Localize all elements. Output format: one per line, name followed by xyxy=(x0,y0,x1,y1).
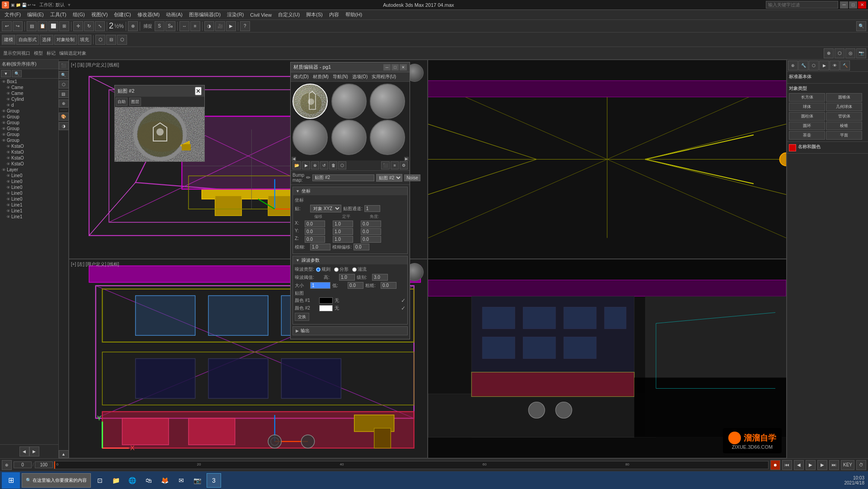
menu-group[interactable]: 组(G) xyxy=(70,10,88,19)
menu-edit[interactable]: 编辑(E) xyxy=(24,10,47,19)
add-button[interactable]: ⊕ xyxy=(824,48,834,58)
me-menu-util[interactable]: 实用程序(U) xyxy=(370,73,398,80)
me-ball-3[interactable] xyxy=(370,84,405,119)
taskbar-firefox[interactable]: 🦊 xyxy=(158,473,172,488)
menu-modify[interactable]: 修改器(M) xyxy=(135,10,163,19)
scene-item[interactable]: 👁Line0 xyxy=(0,173,58,179)
scene-item[interactable]: 👁d xyxy=(0,102,58,108)
shape-plane[interactable]: 平面 xyxy=(826,131,862,140)
me-menu-nav[interactable]: 导航(N) xyxy=(331,73,350,80)
left-tool5[interactable]: ⊕ xyxy=(59,99,69,108)
me-z-angle[interactable] xyxy=(361,236,381,243)
rect-select[interactable]: ⬜ xyxy=(48,21,58,31)
left-tool3[interactable]: ⬡ xyxy=(59,80,69,89)
tool1[interactable]: ⬡ xyxy=(835,48,844,58)
rotate-button[interactable]: ↻ xyxy=(84,21,94,31)
scene-item[interactable]: 👁Line1 xyxy=(0,202,58,208)
me-radio-regular[interactable]: 规则 xyxy=(316,266,330,273)
me-y-offset[interactable] xyxy=(305,228,325,235)
anim-record[interactable]: ⏺ xyxy=(770,460,780,470)
taskbar-3dsmax[interactable]: 3 xyxy=(207,473,221,488)
anim-time-config[interactable]: ⏱ xyxy=(856,460,866,470)
taskbar-app1[interactable]: 📷 xyxy=(190,473,205,488)
shape-torus[interactable]: 圆环 xyxy=(789,122,825,130)
anim-next-key[interactable]: ⏭ xyxy=(829,460,839,470)
me-maximize[interactable]: □ xyxy=(392,64,399,71)
menu-script[interactable]: 脚本(S) xyxy=(303,10,326,19)
menu-tools[interactable]: 工具(T) xyxy=(47,10,69,19)
anim-prev-frame[interactable]: ◀ xyxy=(794,460,804,470)
menu-custom[interactable]: 自定义(U) xyxy=(275,10,302,19)
tool2[interactable]: ◎ xyxy=(845,48,855,58)
me-x-tiling[interactable] xyxy=(333,221,353,227)
left-tool-bottom[interactable]: ▲ xyxy=(59,450,69,458)
scene-item[interactable]: 👁Group xyxy=(0,108,58,114)
viewport-persp[interactable]: ▶ 溜溜自学 ZIXUE.3D66.COM xyxy=(428,259,787,458)
scene-item[interactable]: 👁Line1 xyxy=(0,214,58,220)
modeling-tab[interactable]: 建模 xyxy=(2,35,15,45)
me-modulate-value[interactable] xyxy=(310,244,330,250)
move-button[interactable]: ✛ xyxy=(73,21,83,31)
scene-item[interactable]: 👁KstaO xyxy=(0,161,58,167)
me-exchange-button[interactable]: 交换 xyxy=(295,313,309,321)
menu-civil-view[interactable]: Civil View xyxy=(247,11,274,19)
cp-utilities-tab[interactable]: 🔨 xyxy=(840,61,850,71)
me-y-tiling[interactable] xyxy=(333,228,353,235)
me-menu-options[interactable]: 选项(O) xyxy=(350,73,369,80)
me-radio-turbulence[interactable]: 湍流 xyxy=(352,266,367,273)
scene-nav-next[interactable]: ▶ xyxy=(29,447,39,456)
me-scroll-right[interactable]: ▶ xyxy=(404,157,409,161)
scene-item[interactable]: 👁Group xyxy=(0,132,58,137)
me-z-offset[interactable] xyxy=(305,236,325,243)
me-type[interactable]: ⬛ xyxy=(381,161,390,169)
tex-popup-close[interactable]: ✕ xyxy=(195,87,202,95)
scene-item[interactable]: 👁Group xyxy=(0,137,58,143)
minimize-button[interactable]: ─ xyxy=(840,1,848,9)
me-section-noise-header[interactable]: ▼ 躁波参数 xyxy=(293,256,407,264)
me-options2[interactable]: ⚙ xyxy=(400,161,408,169)
menu-create[interactable]: 创建(C) xyxy=(111,10,133,19)
vertex-mode[interactable]: ⬡ xyxy=(117,35,127,45)
undo-button[interactable]: ↩ xyxy=(2,21,12,31)
scene-item[interactable]: 👁Came xyxy=(0,85,58,90)
me-ball-2[interactable] xyxy=(331,84,367,119)
search-bar[interactable]: 🔍 在这里输入你要搜索的内容 xyxy=(22,473,91,488)
close-button[interactable]: ✕ xyxy=(858,1,866,9)
menu-graph-editor[interactable]: 图形编辑器(D) xyxy=(186,10,223,19)
cp-motion-tab[interactable]: ▶ xyxy=(819,61,829,71)
edge-mode[interactable]: ⊟ xyxy=(106,35,116,45)
menu-help[interactable]: 帮助(H) xyxy=(343,10,365,19)
select-tab[interactable]: 选择 xyxy=(40,35,53,45)
object-paint-tab[interactable]: 对象绘制 xyxy=(54,35,77,45)
shape-teapot[interactable]: 茶壶 xyxy=(789,131,825,140)
me-put-to-scene[interactable]: ▶ xyxy=(302,161,310,169)
viewport-right[interactable] xyxy=(428,60,787,259)
anim-frame-input[interactable] xyxy=(14,461,32,468)
left-tool2[interactable]: 🔍 xyxy=(59,71,69,79)
menu-render[interactable]: 渲染(R) xyxy=(224,10,246,19)
cp-modify-tab[interactable]: 🔧 xyxy=(798,61,808,71)
taskbar-mail[interactable]: ✉ xyxy=(174,473,189,488)
menu-anim[interactable]: 动画(A) xyxy=(163,10,185,19)
search-scene[interactable]: 🔍 xyxy=(856,21,866,31)
me-color1-check[interactable]: ✓ xyxy=(401,297,406,304)
tool3[interactable]: 📷 xyxy=(856,48,866,58)
me-z-tiling[interactable] xyxy=(333,236,353,243)
anim-timeline[interactable]: 0 20 40 60 80 xyxy=(54,461,769,469)
me-section-output-header[interactable]: ▶ 输出 xyxy=(293,327,407,335)
scene-item[interactable]: 👁Group xyxy=(0,114,58,120)
left-tool4[interactable]: ▤ xyxy=(59,90,69,98)
cp-hierarchy-tab[interactable]: ⬡ xyxy=(809,61,819,71)
scene-item[interactable]: 👁Line0 xyxy=(0,196,58,202)
scene-item[interactable]: 👁Box1 xyxy=(0,79,58,85)
me-phase-value[interactable] xyxy=(381,282,396,289)
me-menu-material[interactable]: 材质(M) xyxy=(311,73,330,80)
shape-cone[interactable]: 圆锥体 xyxy=(826,93,862,102)
scale-button[interactable]: ⤡ xyxy=(95,21,105,31)
shape-tube[interactable]: 管状体 xyxy=(826,112,862,121)
left-tool7[interactable]: ◑ xyxy=(59,122,69,130)
me-size-value[interactable] xyxy=(310,282,330,289)
me-x-offset[interactable] xyxy=(305,221,325,227)
me-color2-check[interactable]: ✓ xyxy=(401,305,406,311)
scene-item[interactable]: 👁Layer xyxy=(0,167,58,173)
